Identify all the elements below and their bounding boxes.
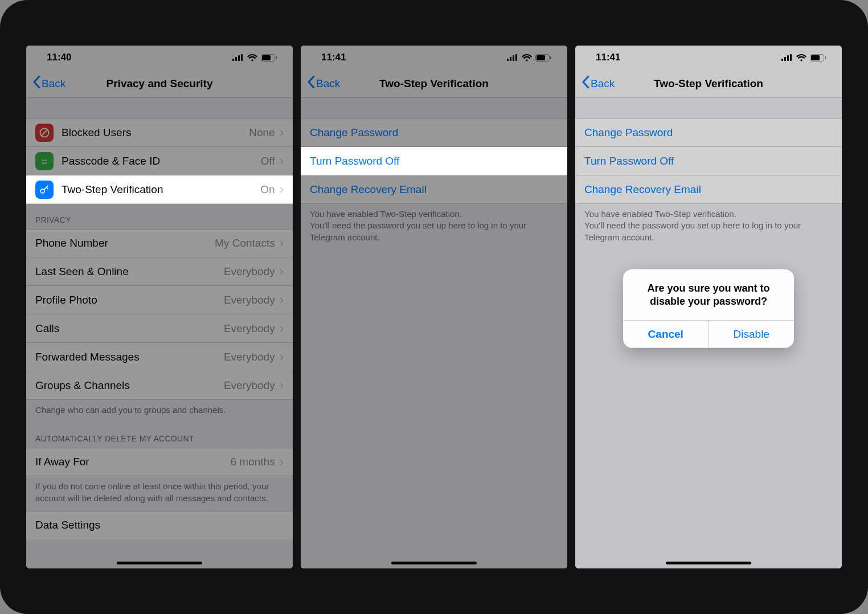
row-label: Phone Number [35,237,215,249]
row-value: Everybody [224,379,275,392]
row-phone-number[interactable]: Phone Number My Contacts › [26,229,293,257]
row-if-away-for[interactable]: If Away For 6 months › [26,448,293,476]
row-value: 6 months [231,456,275,468]
row-value: None [249,126,275,139]
svg-point-9 [42,159,44,161]
svg-rect-15 [515,54,517,61]
svg-rect-22 [790,54,792,61]
back-button[interactable]: Back [308,76,340,91]
svg-rect-21 [787,55,789,61]
section-spacer [575,98,842,118]
home-indicator[interactable] [666,562,751,564]
row-value: Off [261,155,275,167]
row-value: Everybody [224,265,275,278]
row-two-step-verification[interactable]: Two-Step Verification On › [26,175,293,204]
svg-rect-2 [238,55,240,61]
status-time: 11:40 [47,52,71,63]
svg-rect-1 [235,57,237,61]
row-label: Passcode & Face ID [62,155,261,167]
home-indicator[interactable] [117,562,202,564]
page-title: Two-Step Verification [575,77,842,90]
row-label: Turn Password Off [584,155,833,167]
section-footer: You have enabled Two-Step verification. … [301,204,567,250]
back-label: Back [42,77,65,90]
row-change-password[interactable]: Change Password [575,118,842,147]
status-time: 11:41 [596,52,620,63]
row-forwarded-messages[interactable]: Forwarded Messages Everybody › [26,343,293,371]
section-header-privacy: Privacy [26,204,293,229]
alert-message: Are you sure you want to disable your pa… [623,269,794,320]
row-label: Last Seen & Online [35,265,224,278]
svg-rect-25 [825,56,826,59]
row-label: Calls [35,322,224,335]
disable-button[interactable]: Disable [709,321,795,348]
key-icon [35,181,54,199]
status-bar: 11:41 [301,46,567,69]
svg-rect-17 [537,55,545,60]
alert-buttons: Cancel Disable [623,320,794,348]
svg-rect-18 [550,56,551,59]
row-turn-password-off[interactable]: Turn Password Off [575,147,842,175]
chevron-right-icon: › [280,125,284,140]
lock-icon [35,152,54,170]
signal-icon [232,54,244,61]
row-value: Everybody [224,322,275,335]
chevron-left-icon [308,76,315,91]
cancel-button[interactable]: Cancel [623,321,709,348]
row-label: Change Recovery Email [584,183,833,196]
row-change-recovery-email[interactable]: Change Recovery Email [575,175,842,204]
back-label: Back [591,77,615,90]
row-passcode-faceid[interactable]: Passcode & Face ID Off › [26,147,293,175]
row-last-seen[interactable]: Last Seen & Online Everybody › [26,257,293,286]
chevron-right-icon: › [280,293,284,308]
row-calls[interactable]: Calls Everybody › [26,314,293,343]
svg-rect-14 [513,55,514,61]
row-label: Forwarded Messages [35,351,224,363]
row-change-recovery-email[interactable]: Change Recovery Email [301,175,567,204]
status-bar: 11:41 [575,46,842,69]
wifi-icon [796,54,806,62]
section-spacer [301,98,567,118]
row-value: On [260,183,275,196]
row-label: Data Settings [35,519,284,531]
status-time: 11:41 [321,52,346,63]
section-footer: You have enabled Two-Step verification. … [575,204,842,250]
screen-two-step-verification: 11:41 Back Two-Step Verificatio [301,46,567,568]
row-blocked-users[interactable]: Blocked Users None › [26,118,293,147]
chevron-right-icon: › [280,154,284,169]
back-button[interactable]: Back [582,76,615,91]
svg-rect-12 [507,59,509,61]
screen-two-step-verification-alert: 11:41 Back Two-Step Verificatio [575,46,842,568]
nav-bar: Back Privacy and Security [26,69,293,98]
block-icon [35,124,54,142]
row-change-password[interactable]: Change Password [301,118,567,147]
row-groups-channels[interactable]: Groups & Channels Everybody › [26,371,293,400]
row-profile-photo[interactable]: Profile Photo Everybody › [26,286,293,314]
three-screenshot-composite: 11:40 Back Privacy and Security [0,0,868,614]
row-label: Profile Photo [35,294,224,306]
svg-rect-24 [811,55,820,60]
svg-rect-0 [232,59,234,61]
row-label: Groups & Channels [35,379,224,392]
chevron-left-icon [33,76,40,91]
row-turn-password-off[interactable]: Turn Password Off [301,147,567,175]
wifi-icon [247,54,257,62]
wifi-icon [522,54,532,62]
chevron-right-icon: › [280,455,284,469]
section-footer-privacy: Change who can add you to groups and cha… [26,400,293,423]
battery-icon [810,54,826,62]
row-data-settings[interactable]: Data Settings [26,511,293,539]
nav-bar: Back Two-Step Verification [301,69,567,98]
svg-point-10 [45,159,47,161]
section-footer-delete: If you do not come online at least once … [26,476,293,511]
page-title: Two-Step Verification [301,77,567,90]
row-label: Two-Step Verification [62,183,260,196]
back-label: Back [316,77,340,90]
screen-privacy-and-security: 11:40 Back Privacy and Security [26,46,293,568]
back-button[interactable]: Back [33,76,65,91]
home-indicator[interactable] [391,562,477,564]
status-right [232,54,277,62]
signal-icon [781,54,793,61]
content-area: Change Password Turn Password Off Change… [301,98,567,568]
svg-rect-6 [276,56,277,59]
